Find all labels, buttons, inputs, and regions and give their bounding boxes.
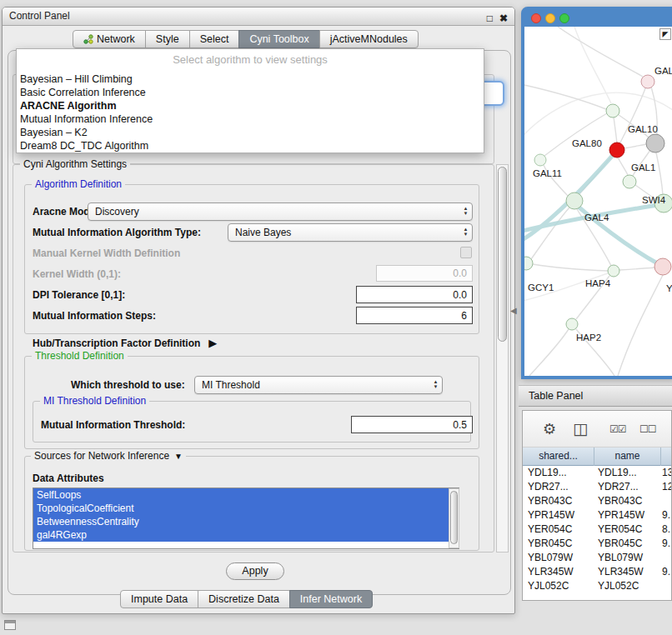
table-row[interactable]: YBL079WYBL079W — [523, 551, 671, 565]
attribute-list-scrollbar-thumb[interactable] — [450, 491, 458, 544]
svg-text:HAP4: HAP4 — [585, 278, 611, 288]
column-header-shared[interactable]: shared... — [523, 448, 594, 466]
network-graph[interactable]: GAL GAL80 GAL10 GAL11 GAL1 SWI4 GAL4 GCY… — [524, 27, 672, 376]
tab-network[interactable]: Network — [73, 30, 146, 48]
algorithm-option[interactable]: Bayesian – Hill Climbing — [17, 72, 484, 86]
apply-button[interactable]: Apply — [226, 562, 284, 580]
dpi-tolerance-value: 0.0 — [453, 289, 467, 301]
network-node[interactable] — [608, 265, 619, 277]
tab-jactivemnodules[interactable]: jActiveMNodules — [319, 30, 419, 48]
svg-text:GAL11: GAL11 — [533, 168, 562, 178]
tab-discretize-data[interactable]: Discretize Data — [198, 590, 290, 608]
table-row[interactable]: YDR27...YDR27...12 — [523, 480, 671, 494]
column-header-partial[interactable] — [661, 448, 671, 466]
algorithm-option[interactable]: Dream8 DC_TDC Algorithm — [17, 139, 484, 152]
attribute-list-scrollbar[interactable] — [449, 488, 459, 548]
table-row[interactable]: YER054CYER054C8. — [523, 522, 671, 537]
sources-group-title[interactable]: Sources for Network Inference ▼ — [31, 450, 186, 462]
mi-steps-label: Mutual Information Steps: — [33, 310, 156, 322]
table-panel-body: ⚙ ◫ ☑☑ ☐☐ shared... name YDL19...YDL19..… — [522, 410, 672, 601]
gear-icon[interactable]: ⚙ — [543, 420, 556, 438]
manual-kernel-checkbox[interactable] — [460, 247, 472, 258]
svg-text:HAP2: HAP2 — [576, 332, 601, 342]
svg-text:GAL80: GAL80 — [572, 138, 602, 148]
table-row[interactable]: YJL052CYJL052C — [523, 579, 671, 593]
network-node[interactable] — [566, 192, 583, 209]
which-threshold-select[interactable]: MI Threshold ▲▼ — [194, 376, 443, 394]
table-row[interactable]: YDL19...YDL19...13 — [523, 466, 671, 480]
threshold-definition-title: Threshold Definition — [32, 350, 128, 362]
mi-type-label: Mutual Information Algorithm Type: — [33, 227, 201, 238]
mi-type-value: Naive Bayes — [235, 227, 291, 238]
settings-scrollbar-thumb[interactable] — [498, 167, 507, 342]
table-row[interactable]: YBR045CYBR045C9. — [523, 537, 671, 551]
algorithm-option-selected[interactable]: ARACNE Algorithm — [17, 99, 484, 112]
algorithm-option[interactable]: Bayesian – K2 — [17, 126, 484, 139]
control-panel-title: Control Panel — [9, 10, 70, 22]
network-node[interactable] — [623, 175, 636, 188]
settings-scrollbar[interactable] — [496, 164, 509, 552]
panel-collapse-arrow-icon[interactable]: ◀ — [510, 306, 517, 315]
kernel-width-field[interactable]: 0.0 — [376, 265, 473, 282]
network-canvas[interactable]: ◤ — [524, 27, 672, 376]
table-toolbar: ⚙ ◫ ☑☑ ☐☐ — [523, 411, 671, 448]
table-row[interactable]: YLR345WYLR345W9. — [523, 565, 671, 579]
tab-cyni-toolbox[interactable]: Cyni Toolbox — [238, 30, 319, 48]
tab-infer-network[interactable]: Infer Network — [289, 590, 373, 608]
data-attributes-label: Data Attributes — [33, 472, 104, 484]
svg-text:GAL1: GAL1 — [631, 162, 655, 172]
tab-discretize-data-label: Discretize Data — [208, 591, 279, 608]
settings-group-title: Cyni Algorithm Settings — [20, 158, 130, 170]
network-node-selected[interactable] — [609, 142, 624, 158]
column-header-name[interactable]: name — [594, 448, 661, 466]
tab-impute-data[interactable]: Impute Data — [120, 590, 198, 608]
tab-select[interactable]: Select — [189, 30, 240, 48]
table-row[interactable]: YBR043CYBR043C — [523, 494, 671, 508]
svg-text:Y: Y — [666, 283, 672, 293]
clear-all-checkboxes-icon[interactable]: ☐☐ — [639, 423, 656, 435]
mi-type-select[interactable]: Naive Bayes ▲▼ — [228, 223, 473, 242]
dpi-tolerance-field[interactable]: 0.0 — [356, 286, 473, 303]
table-panel-header[interactable]: Table Panel — [519, 385, 672, 407]
restore-panel-icon[interactable] — [4, 620, 16, 630]
columns-icon[interactable]: ◫ — [573, 419, 588, 438]
algorithm-option[interactable]: Mutual Information Inference — [17, 112, 484, 126]
close-window-icon[interactable]: ✖ — [499, 10, 508, 28]
tab-jactivemnodules-label: jActiveMNodules — [330, 31, 408, 48]
attribute-item-selected[interactable]: SelfLoops — [33, 488, 459, 502]
control-panel-titlebar[interactable]: Control Panel □ ✖ — [3, 8, 514, 26]
kernel-width-label: Kernel Width (0,1): — [33, 268, 121, 280]
network-node[interactable] — [646, 134, 664, 152]
attribute-item-selected[interactable]: TopologicalCoefficient — [33, 502, 459, 515]
collapse-down-icon[interactable]: ▼ — [174, 452, 183, 461]
svg-text:GAL10: GAL10 — [628, 124, 658, 134]
algorithm-dropdown-popup: Select algorithm to view settings Bayesi… — [16, 48, 484, 153]
algorithm-option[interactable]: Basic Correlation Inference — [17, 86, 484, 99]
aracne-mode-select[interactable]: Discovery ▲▼ — [88, 202, 473, 221]
scroll-corner-icon[interactable]: ◤ — [659, 28, 671, 40]
network-node[interactable] — [654, 258, 671, 275]
attribute-item-selected[interactable]: BetweennessCentrality — [33, 515, 459, 528]
hub-definition-section[interactable]: Hub/Transcription Factor Definition ▶ — [33, 337, 217, 349]
tab-infer-network-label: Infer Network — [300, 591, 362, 608]
network-node[interactable] — [566, 318, 578, 330]
network-node[interactable] — [534, 154, 546, 166]
svg-text:GAL: GAL — [654, 66, 672, 76]
network-node[interactable] — [606, 104, 619, 118]
select-all-checkboxes-icon[interactable]: ☑☑ — [609, 423, 626, 435]
network-window-titlebar[interactable] — [524, 10, 672, 27]
close-traffic-light[interactable] — [531, 13, 541, 23]
network-node[interactable] — [641, 75, 654, 88]
data-attributes-list[interactable]: SelfLoops TopologicalCoefficient Between… — [33, 488, 459, 549]
float-window-icon[interactable]: □ — [487, 10, 493, 28]
network-tab-icon — [83, 34, 93, 44]
mi-threshold-field[interactable]: 0.5 — [351, 416, 473, 433]
tab-style[interactable]: Style — [145, 30, 190, 48]
table-row[interactable]: YPR145WYPR145W9. — [523, 508, 671, 522]
bottom-tab-bar: Impute Data Discretize Data Infer Networ… — [120, 590, 373, 608]
mi-steps-field[interactable]: 6 — [356, 307, 473, 324]
attribute-item-selected[interactable]: gal4RGexp — [33, 528, 459, 542]
minimize-traffic-light[interactable] — [545, 13, 555, 23]
expand-right-icon[interactable]: ▶ — [208, 337, 217, 349]
zoom-traffic-light[interactable] — [559, 13, 569, 23]
